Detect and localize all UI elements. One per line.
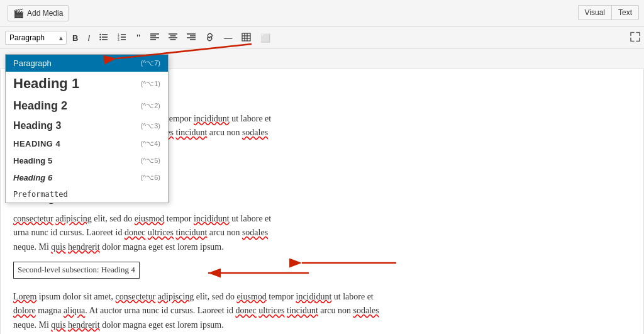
align-center-button[interactable] (165, 30, 181, 45)
bold-button[interactable]: B (69, 31, 82, 45)
svg-point-4 (99, 36, 101, 38)
text-tab[interactable]: Text (611, 5, 639, 20)
dropdown-item-paragraph[interactable]: Paragraph (^⌥7) (6, 55, 168, 72)
dropdown-label-h3: Heading 3 (13, 120, 61, 131)
dropdown-label-h5: Heading 5 (13, 156, 52, 165)
dropdown-shortcut-h1: (^⌥1) (140, 80, 160, 88)
dropdown-shortcut-h2: (^⌥2) (140, 102, 160, 110)
italic-button[interactable]: I (84, 31, 94, 45)
format-dropdown: Paragraph (^⌥7) Heading 1 (^⌥1) Heading … (5, 54, 169, 203)
expand-button[interactable] (630, 32, 640, 44)
format-select[interactable]: Paragraph Heading 1 Heading 2 Heading 3 … (5, 31, 67, 45)
dropdown-item-h5[interactable]: Heading 5 (^⌥5) (6, 152, 168, 169)
dropdown-shortcut-h6: (^⌥6) (140, 174, 160, 182)
paragraph-3: consectetur adipiscing elit, sed do eius… (13, 212, 631, 254)
dropdown-label-pre: Preformatted (13, 190, 68, 199)
svg-rect-24 (242, 33, 250, 41)
format-select-wrapper: Paragraph Heading 1 Heading 2 Heading 3 … (5, 31, 67, 45)
svg-text:3.: 3. (118, 38, 120, 42)
add-media-button[interactable]: 🎬 Add Media (8, 5, 69, 21)
dropdown-shortcut-paragraph: (^⌥7) (140, 59, 160, 67)
dropdown-item-h3[interactable]: Heading 3 (^⌥3) (6, 116, 168, 135)
visual-tab[interactable]: Visual (578, 5, 611, 20)
dropdown-item-pre[interactable]: Preformatted (6, 186, 168, 203)
dropdown-item-h2[interactable]: Heading 2 (^⌥2) (6, 96, 168, 116)
arrow-annotation-2 (202, 264, 315, 282)
dropdown-label-h1: Heading 1 (13, 75, 79, 92)
paragraph-4: Lorem ipsum dolor sit amet, consectetur … (13, 290, 631, 332)
special-char-button[interactable]: ⬜ (257, 31, 274, 45)
link-button[interactable] (201, 30, 218, 45)
dropdown-shortcut-h4: (^⌥4) (140, 140, 160, 148)
dropdown-shortcut-h5: (^⌥5) (140, 157, 160, 165)
align-right-button[interactable] (183, 30, 199, 45)
add-media-icon: 🎬 (13, 8, 24, 18)
dropdown-item-h6[interactable]: Heading 6 (^⌥6) (6, 169, 168, 186)
align-left-button[interactable] (147, 30, 163, 45)
heading-4-box: Second-level subsection: Heading 4 (13, 262, 140, 279)
dropdown-label-paragraph: Paragraph (13, 58, 52, 68)
svg-point-5 (99, 39, 101, 40)
ordered-list-button[interactable]: 1.2.3. (114, 30, 130, 45)
unordered-list-button[interactable] (96, 30, 112, 45)
dropdown-label-h4: HEADING 4 (13, 139, 60, 148)
blockquote-button[interactable]: " (132, 31, 145, 45)
svg-point-3 (99, 34, 101, 35)
dropdown-item-h1[interactable]: Heading 1 (^⌥1) (6, 72, 168, 96)
add-media-label: Add Media (27, 9, 63, 18)
dropdown-shortcut-h3: (^⌥3) (140, 122, 160, 130)
horizontal-rule-button[interactable]: — (220, 31, 236, 45)
dropdown-item-h4[interactable]: HEADING 4 (^⌥4) (6, 135, 168, 152)
dropdown-label-h2: Heading 2 (13, 99, 67, 113)
table-button[interactable] (238, 30, 255, 45)
dropdown-label-h6: Heading 6 (13, 173, 52, 182)
